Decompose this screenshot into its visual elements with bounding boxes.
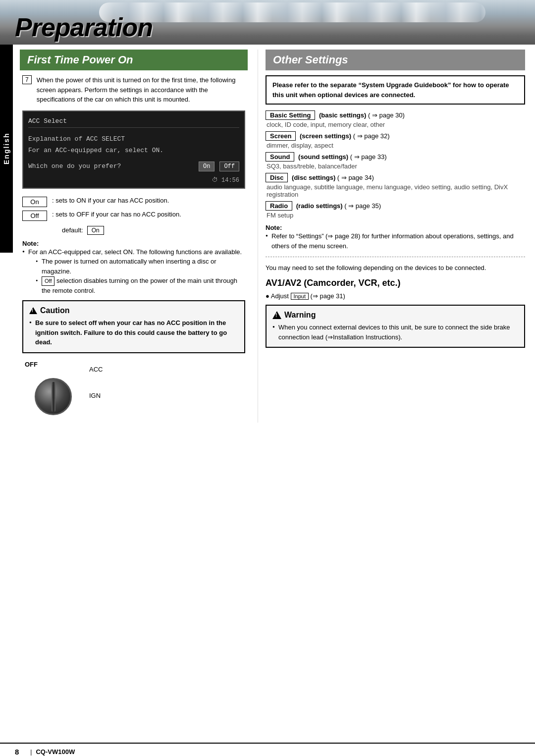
- right-note-title: Note:: [266, 224, 525, 231]
- header-clouds: [99, 2, 485, 22]
- off-inline-box: Off: [42, 276, 54, 286]
- warning-box: Warning When you connect external device…: [266, 305, 525, 348]
- page-title: Preparation: [0, 12, 153, 42]
- disc-setting-item: Disc (disc settings) ( ⇒ page 34) audio …: [266, 173, 525, 198]
- acc-screen: ACC Select Explanation of ACC SELECT For…: [22, 110, 245, 189]
- caution-text: Be sure to select off when your car has …: [29, 318, 238, 347]
- basic-setting-item: Basic Setting (basic settings) ( ⇒ page …: [266, 110, 525, 128]
- note-sub-2: Off selection disables turning on the po…: [36, 276, 245, 295]
- screen-btn: Screen: [266, 131, 296, 141]
- ignition-circle: [35, 378, 72, 415]
- note-section: Note: For an ACC-equipped car, select ON…: [22, 240, 245, 296]
- warning-item: When you connect external devices to thi…: [272, 323, 518, 342]
- on-row: On : sets to ON if your car has ACC posi…: [22, 196, 245, 207]
- screen-setting-sub: dimmer, display, aspect: [266, 142, 525, 149]
- left-section-heading: First Time Power On: [20, 50, 248, 70]
- radio-setting-sub: FM setup: [266, 212, 525, 219]
- note-item-1: For an ACC-equipped car, select ON. The …: [22, 247, 245, 296]
- caution-triangle-icon: [29, 307, 37, 314]
- acc-off-button[interactable]: Off: [219, 162, 239, 171]
- acc-screen-title: ACC Select: [28, 117, 239, 128]
- off-desc: : sets to OFF if your car has no ACC pos…: [52, 210, 181, 219]
- divider: [266, 257, 525, 257]
- header: Preparation: [0, 0, 535, 45]
- basic-setting-sub: clock, ID code, input, memory clear, oth…: [266, 121, 525, 128]
- footer-page-num: 8: [15, 748, 19, 756]
- settings-list: Basic Setting (basic settings) ( ⇒ page …: [266, 110, 525, 219]
- ignition-labels: ACC IGN: [89, 366, 103, 399]
- divider-text: You may need to set the following depend…: [266, 263, 525, 273]
- left-column: First Time Power On 7 When the power of …: [15, 50, 258, 423]
- off-label: OFF: [25, 361, 38, 368]
- default-line: default: On: [22, 226, 245, 235]
- acc-line2: For an ACC-equipped car, select ON.: [28, 147, 239, 154]
- screen-setting-item: Screen (screen settings) ( ⇒ page 32) di…: [266, 131, 525, 149]
- right-note: Note: Refer to “Settings” (⇒ page 28) fo…: [266, 224, 525, 251]
- ignition-diagram: OFF ACC IGN: [25, 361, 243, 415]
- default-value: On: [87, 226, 104, 235]
- warning-title: Warning: [272, 311, 518, 320]
- disc-setting-sub: audio language, subtitle language, menu …: [266, 183, 525, 198]
- page-badge: 7: [22, 75, 32, 84]
- right-section-heading: Other Settings: [266, 50, 525, 70]
- ign-label: IGN: [89, 392, 103, 399]
- clock-icon: ⏱: [212, 177, 218, 184]
- acc-label: ACC: [89, 366, 103, 373]
- right-note-item: Refer to “Settings” (⇒ page 28) for furt…: [266, 231, 525, 251]
- note-sublist: The power is turned on automatically whe…: [28, 257, 245, 295]
- language-tab: English: [0, 45, 13, 253]
- caution-title: Caution: [29, 306, 238, 315]
- note-sub-1: The power is turned on automatically whe…: [36, 257, 245, 276]
- footer-separator: |: [30, 749, 32, 756]
- footer-model: CQ-VW100W: [36, 748, 75, 756]
- radio-setting-item: Radio (radio settings) ( ⇒ page 35) FM s…: [266, 201, 525, 219]
- ignition-bar: [52, 382, 55, 412]
- sound-setting-item: Sound (sound settings) ( ⇒ page 33) SQ3,…: [266, 152, 525, 170]
- sound-setting-sub: SQ3, bass/treble, balance/fader: [266, 162, 525, 170]
- on-label: On: [22, 197, 47, 207]
- acc-question-row: Which one do you prefer? On Off: [28, 162, 239, 171]
- off-label: Off: [22, 211, 47, 221]
- off-row: Off : sets to OFF if your car has no ACC…: [22, 210, 245, 221]
- caution-item: Be sure to select off when your car has …: [29, 318, 238, 347]
- radio-btn: Radio: [266, 201, 292, 211]
- acc-line1: Explanation of ACC SELECT: [28, 135, 239, 143]
- disc-btn: Disc: [266, 173, 288, 182]
- note-list: For an ACC-equipped car, select ON. The …: [22, 247, 245, 296]
- basic-setting-btn: Basic Setting: [266, 110, 315, 120]
- page-footer: 8 | CQ-VW100W: [0, 743, 535, 756]
- on-off-table: On : sets to ON if your car has ACC posi…: [22, 196, 245, 221]
- right-column: Other Settings Please refer to the separ…: [258, 50, 525, 423]
- note-title: Note:: [22, 240, 245, 247]
- acc-question-text: Which one do you prefer?: [28, 162, 194, 170]
- warning-text: When you connect external devices to thi…: [272, 323, 518, 342]
- acc-time: ⏱ 14:56: [28, 176, 239, 184]
- right-note-list: Refer to “Settings” (⇒ page 28) for furt…: [266, 231, 525, 251]
- warning-triangle-icon: [272, 311, 281, 319]
- av-adjust-line: ● Adjust Input (⇒ page 31): [266, 292, 525, 300]
- acc-on-button[interactable]: On: [199, 162, 214, 171]
- sound-btn: Sound: [266, 152, 294, 162]
- input-btn: Input: [291, 293, 309, 300]
- av-title: AV1/AV2 (Camcorder, VCR, etc.): [266, 278, 525, 288]
- info-box: Please refer to the separate “System Upg…: [266, 75, 525, 105]
- caution-box: Caution Be sure to select off when your …: [22, 300, 245, 353]
- ignition-circle-area: OFF: [25, 361, 84, 415]
- on-desc: : sets to ON if your car has ACC positio…: [52, 196, 169, 205]
- intro-text: When the power of this unit is turned on…: [34, 75, 248, 105]
- default-label: default:: [62, 226, 83, 234]
